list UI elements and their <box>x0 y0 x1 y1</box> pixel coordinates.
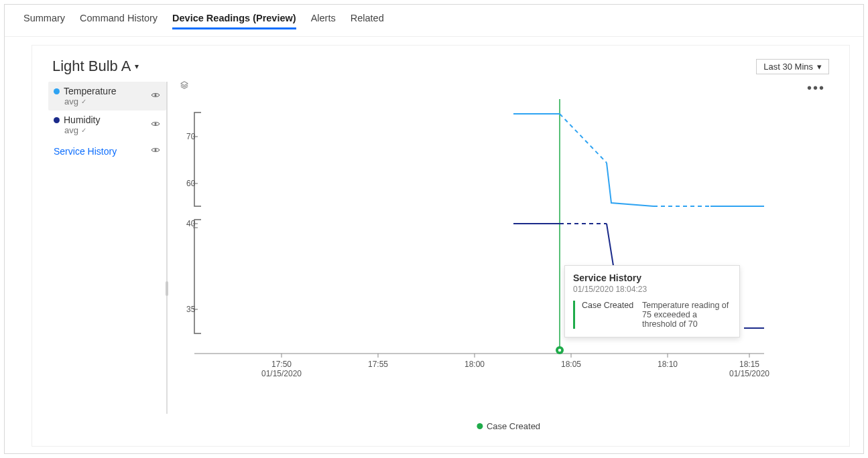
event-tooltip: Service History 01/15/2020 18:04:23 Case… <box>564 265 740 337</box>
svg-point-0 <box>154 94 156 96</box>
tooltip-title: Service History <box>573 273 731 283</box>
svg-text:18:05: 18:05 <box>561 360 581 369</box>
legend-label-text: Temperature <box>64 86 117 96</box>
body-row: Temperature avg ✓ <box>32 79 849 433</box>
tab-device-readings[interactable]: Device Readings (Preview) <box>172 13 296 29</box>
svg-point-2 <box>154 149 156 151</box>
svg-text:01/15/2020: 01/15/2020 <box>729 369 769 378</box>
time-range-select[interactable]: Last 30 Mins ▾ <box>756 59 829 74</box>
tab-alerts[interactable]: Alerts <box>311 13 336 29</box>
svg-text:17:50: 17:50 <box>271 360 292 369</box>
legend-agg-text: avg <box>64 125 78 135</box>
x-tick-1: 17:50 01/15/2020 <box>261 354 302 378</box>
caret-down-icon: ▾ <box>135 62 139 71</box>
legend-agg-text: avg <box>64 96 78 106</box>
humidity-dot-icon <box>54 117 60 123</box>
event-dot-icon <box>477 423 483 429</box>
content-panel: Light Bulb A ▾ Last 30 Mins ▾ Temperatur… <box>32 45 850 447</box>
tab-summary[interactable]: Summary <box>23 13 65 29</box>
app-frame: Summary Command History Device Readings … <box>4 4 864 454</box>
svg-text:17:55: 17:55 <box>368 360 388 369</box>
visibility-toggle-icon[interactable] <box>150 145 161 157</box>
time-range-label: Last 30 Mins <box>763 62 813 72</box>
x-tick-6: 18:15 01/15/2020 <box>729 354 769 378</box>
tooltip-event-label: Case Created <box>582 301 635 329</box>
svg-point-1 <box>154 123 156 125</box>
visibility-toggle-icon[interactable] <box>150 90 161 103</box>
bottom-legend: Case Created <box>477 421 540 431</box>
legend-item-humidity[interactable]: Humidity avg ✓ <box>48 110 166 139</box>
svg-point-23 <box>558 349 561 352</box>
chevron-down-icon[interactable]: ✓ <box>81 127 86 134</box>
chart-svg: 70 60 40 35 17:50 01/ <box>174 86 778 400</box>
legend-label-text: Humidity <box>64 115 100 125</box>
device-title-dropdown[interactable]: Light Bulb A ▾ <box>52 58 139 75</box>
legend-item-temperature[interactable]: Temperature avg ✓ <box>48 82 166 110</box>
x-tick-4: 18:05 <box>561 354 581 369</box>
x-tick-2: 17:55 <box>368 354 388 369</box>
legend-link-text: Service History <box>54 146 117 157</box>
tooltip-event-detail: Temperature reading of 75 exceeded a thr… <box>642 301 731 329</box>
chart-more-menu[interactable]: ••• <box>807 80 825 96</box>
legend-item-service-history[interactable]: Service History <box>48 139 166 161</box>
x-tick-5: 18:10 <box>658 354 678 369</box>
svg-text:18:00: 18:00 <box>464 360 485 369</box>
chevron-down-icon[interactable]: ✓ <box>81 98 86 105</box>
x-tick-3: 18:00 <box>464 354 485 369</box>
svg-text:01/15/2020: 01/15/2020 <box>261 369 302 378</box>
tooltip-timestamp: 01/15/2020 18:04:23 <box>573 285 731 294</box>
tabs-bar: Summary Command History Device Readings … <box>5 5 863 37</box>
caret-down-icon: ▾ <box>817 62 822 72</box>
legend-sidebar: Temperature avg ✓ <box>32 79 166 433</box>
tooltip-accent-bar <box>573 301 575 329</box>
tab-command-history[interactable]: Command History <box>80 13 158 29</box>
svg-text:18:10: 18:10 <box>658 360 678 369</box>
device-title-text: Light Bulb A <box>52 58 131 75</box>
layers-icon[interactable] <box>180 80 189 92</box>
bottom-legend-label: Case Created <box>487 421 540 431</box>
title-row: Light Bulb A ▾ Last 30 Mins ▾ <box>32 46 849 79</box>
visibility-toggle-icon[interactable] <box>150 119 161 132</box>
svg-text:18:15: 18:15 <box>739 360 759 369</box>
temperature-dot-icon <box>54 88 60 94</box>
tab-related[interactable]: Related <box>351 13 384 29</box>
chart-area: ••• 70 60 40 35 <box>168 79 849 433</box>
